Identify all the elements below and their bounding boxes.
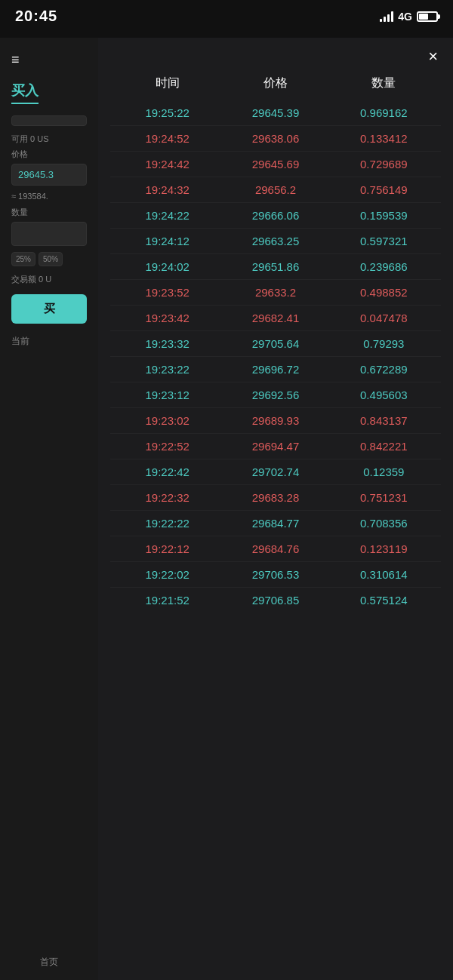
cell-price: 29689.93 xyxy=(221,414,329,427)
cell-time: 19:22:32 xyxy=(113,491,221,504)
cell-time: 19:23:42 xyxy=(113,312,221,324)
table-row: 19:22:02 29706.53 0.310614 xyxy=(110,562,441,588)
cell-qty: 0.495603 xyxy=(330,389,438,401)
cell-qty: 0.672289 xyxy=(330,363,438,376)
percent-25[interactable]: 25% xyxy=(11,252,35,266)
cell-time: 19:24:22 xyxy=(113,209,221,222)
buy-tab[interactable]: 买入 xyxy=(11,81,39,104)
cell-price: 29656.2 xyxy=(221,183,329,196)
col-price: 价格 xyxy=(221,75,329,91)
cell-time: 19:25:22 xyxy=(113,106,221,119)
buy-button[interactable]: 买 xyxy=(11,294,87,324)
cell-qty: 0.79293 xyxy=(330,337,438,350)
cell-qty: 0.575124 xyxy=(330,594,438,607)
table-row: 19:24:22 29666.06 0.159539 xyxy=(110,203,441,229)
cell-time: 19:24:52 xyxy=(113,132,221,145)
price-label: 价格 xyxy=(11,149,87,160)
table-row: 19:23:22 29696.72 0.672289 xyxy=(110,357,441,382)
cell-price: 29645.69 xyxy=(221,158,329,171)
qty-label: 数量 xyxy=(11,207,87,218)
cell-qty: 0.239686 xyxy=(330,260,438,273)
status-icons: 4G xyxy=(380,11,438,23)
available-label: 可用 0 US xyxy=(11,134,87,145)
cell-price: 29706.53 xyxy=(221,568,329,581)
percent-50[interactable]: 50% xyxy=(39,252,63,266)
signal-icon xyxy=(380,11,393,22)
table-row: 19:21:52 29706.85 0.575124 xyxy=(110,588,441,613)
table-row: 19:23:12 29692.56 0.495603 xyxy=(110,382,441,408)
table-row: 19:24:52 29638.06 0.133412 xyxy=(110,126,441,152)
cell-qty: 0.842221 xyxy=(330,440,438,453)
cell-qty: 0.498852 xyxy=(330,286,438,299)
table-row: 19:24:02 29651.86 0.239686 xyxy=(110,254,441,280)
network-label: 4G xyxy=(398,11,412,23)
cell-price: 29702.74 xyxy=(221,465,329,478)
close-button[interactable]: × xyxy=(428,48,438,65)
cell-time: 19:23:12 xyxy=(113,389,221,401)
cell-price: 29633.2 xyxy=(221,286,329,299)
table-row: 19:22:32 29683.28 0.751231 xyxy=(110,485,441,511)
cell-price: 29684.77 xyxy=(221,517,329,530)
col-time: 时间 xyxy=(113,75,221,91)
table-row: 19:24:12 29663.25 0.597321 xyxy=(110,229,441,254)
col-qty: 数量 xyxy=(330,75,438,91)
cell-price: 29645.39 xyxy=(221,106,329,119)
search-box[interactable] xyxy=(11,115,87,126)
cell-qty: 0.123119 xyxy=(330,542,438,555)
cell-price: 29682.41 xyxy=(221,312,329,324)
cell-time: 19:22:22 xyxy=(113,517,221,530)
cell-time: 19:24:02 xyxy=(113,260,221,273)
cell-price: 29694.47 xyxy=(221,440,329,453)
current-label: 当前 xyxy=(11,335,87,348)
percent-row: 25% 50% xyxy=(11,252,87,266)
cell-price: 29696.72 xyxy=(221,363,329,376)
cell-qty: 0.751231 xyxy=(330,491,438,504)
cell-time: 19:23:22 xyxy=(113,363,221,376)
table-header: 时间 价格 数量 xyxy=(98,71,453,100)
cell-price: 29684.76 xyxy=(221,542,329,555)
cell-time: 19:23:02 xyxy=(113,414,221,427)
cell-price: 29663.25 xyxy=(221,235,329,247)
cell-qty: 0.756149 xyxy=(330,183,438,196)
hamburger-menu[interactable]: ≡ xyxy=(11,53,87,66)
approx-value: ≈ 193584. xyxy=(11,192,87,201)
cell-qty: 0.12359 xyxy=(330,465,438,478)
price-value[interactable]: 29645.3 xyxy=(11,164,87,186)
cell-time: 19:23:32 xyxy=(113,337,221,350)
cell-qty: 0.133412 xyxy=(330,132,438,145)
cell-qty: 0.969162 xyxy=(330,106,438,119)
trade-table[interactable]: 19:25:22 29645.39 0.969162 19:24:52 2963… xyxy=(98,100,453,980)
table-row: 19:22:22 29684.77 0.708356 xyxy=(110,511,441,536)
cell-qty: 0.708356 xyxy=(330,517,438,530)
table-row: 19:23:42 29682.41 0.047478 xyxy=(110,306,441,331)
cell-time: 19:23:52 xyxy=(113,286,221,299)
cell-time: 19:21:52 xyxy=(113,594,221,607)
cell-qty: 0.843137 xyxy=(330,414,438,427)
qty-input[interactable] xyxy=(11,222,87,246)
trade-history-modal: × 时间 价格 数量 19:25:22 29645.39 0.969162 19… xyxy=(98,38,453,980)
table-row: 19:22:12 29684.76 0.123119 xyxy=(110,536,441,562)
cell-qty: 0.047478 xyxy=(330,312,438,324)
cell-time: 19:22:12 xyxy=(113,542,221,555)
cell-price: 29705.64 xyxy=(221,337,329,350)
modal-close-row: × xyxy=(98,38,453,71)
home-label[interactable]: 首页 xyxy=(40,956,58,969)
table-row: 19:23:52 29633.2 0.498852 xyxy=(110,280,441,306)
cell-qty: 0.729689 xyxy=(330,158,438,171)
battery-icon xyxy=(417,11,438,22)
cell-time: 19:22:02 xyxy=(113,568,221,581)
cell-time: 19:22:42 xyxy=(113,465,221,478)
table-row: 19:22:52 29694.47 0.842221 xyxy=(110,434,441,459)
cell-price: 29666.06 xyxy=(221,209,329,222)
table-row: 19:22:42 29702.74 0.12359 xyxy=(110,459,441,485)
cell-qty: 0.310614 xyxy=(330,568,438,581)
cell-price: 29683.28 xyxy=(221,491,329,504)
cell-time: 19:24:12 xyxy=(113,235,221,247)
trade-amount: 交易额 0 U xyxy=(11,274,87,285)
table-row: 19:23:02 29689.93 0.843137 xyxy=(110,408,441,434)
cell-time: 19:24:42 xyxy=(113,158,221,171)
cell-price: 29638.06 xyxy=(221,132,329,145)
table-row: 19:24:32 29656.2 0.756149 xyxy=(110,177,441,203)
table-row: 19:23:32 29705.64 0.79293 xyxy=(110,331,441,357)
cell-qty: 0.597321 xyxy=(330,235,438,247)
